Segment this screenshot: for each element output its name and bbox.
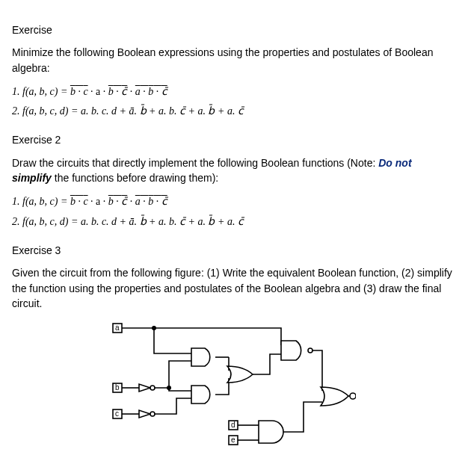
exercise-1: Exercise Minimize the following Boolean … <box>12 22 453 119</box>
f1-lead2: 1. f(a, b, c) = <box>12 196 70 207</box>
f21-op3: · <box>141 196 149 207</box>
f1-op2: · <box>114 86 122 97</box>
f1-mid1: · a · <box>88 86 108 97</box>
f21-t2a: b <box>108 196 114 207</box>
circuit-labels: a b c d e <box>115 324 235 444</box>
circuit-diagram: a b c d e <box>12 320 453 447</box>
f21-t3a: a <box>135 196 141 207</box>
label-e: e <box>231 436 235 444</box>
f1-t3c: c̄ <box>161 86 167 97</box>
ex2-simplify: simplify <box>12 172 52 184</box>
exercise-1-heading: Exercise <box>12 22 453 37</box>
exercise-1-formula-2: 2. f(a, b, c, d) = a. b. c. d + ā. b̄ + … <box>12 104 453 119</box>
svg-point-5 <box>150 386 155 390</box>
svg-point-7 <box>308 348 312 353</box>
label-c: c <box>115 409 119 418</box>
f1-t1a: b <box>70 86 76 97</box>
exercise-3: Exercise 3 Given the circuit from the fo… <box>12 243 453 447</box>
svg-point-9 <box>153 327 155 330</box>
f21-op: · <box>76 196 84 207</box>
exercise-2-formula-1: 1. f(a, b, c) = b · c · a · b · c̄ · a ·… <box>12 194 453 209</box>
exercise-2: Exercise 2 Draw the circuits that direct… <box>12 132 453 229</box>
exercise-2-heading: Exercise 2 <box>12 132 453 147</box>
f21-mid1: · a · <box>88 196 108 207</box>
svg-point-8 <box>350 393 356 399</box>
ex2-instr-c: the functions before drawing them): <box>52 172 218 184</box>
ex2-donot: Do not <box>378 157 411 169</box>
f1-t2a: b <box>108 86 114 97</box>
svg-point-10 <box>167 386 170 389</box>
f21-op4: · <box>153 196 161 207</box>
f1-op: · <box>76 86 84 97</box>
f21-op2: · <box>114 196 122 207</box>
f1-op4: · <box>153 86 161 97</box>
svg-point-6 <box>150 412 155 416</box>
label-a: a <box>115 324 120 332</box>
exercise-2-instruction: Draw the circuits that directly implemen… <box>12 155 453 186</box>
f1-op3: · <box>141 86 149 97</box>
label-d: d <box>231 421 235 429</box>
exercise-3-instruction: Given the circuit from the following fig… <box>12 265 453 311</box>
label-b: b <box>115 383 120 392</box>
f1-lead: 1. f(a, b, c) = <box>12 86 70 97</box>
f1-t3a: a <box>135 86 141 97</box>
f21-t3c: c̄ <box>161 196 167 207</box>
exercise-3-heading: Exercise 3 <box>12 243 453 258</box>
exercise-2-formula-2: 2. f(a, b, c, d) = a. b. c. d + ā. b̄ + … <box>12 214 453 229</box>
circuit-svg: a b c d e <box>109 320 356 447</box>
f21-mid2: · <box>127 196 135 207</box>
ex2-instr-a: Draw the circuits that directly implemen… <box>12 157 378 169</box>
f21-t1a: b <box>70 196 76 207</box>
f1-mid2: · <box>127 86 135 97</box>
exercise-1-instruction: Minimize the following Boolean expressio… <box>12 45 453 75</box>
exercise-1-formula-1: 1. f(a, b, c) = b · c · a · b · c̄ · a ·… <box>12 84 453 99</box>
